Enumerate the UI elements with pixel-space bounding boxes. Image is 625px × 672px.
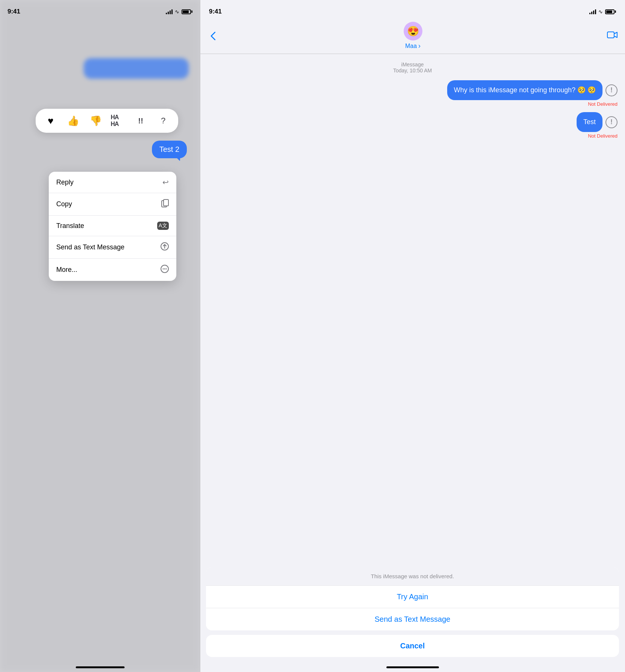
blurred-bubble xyxy=(84,58,189,79)
wifi-icon-right: ∿ xyxy=(598,9,603,15)
action-sheet-overlay: This iMessage was not delivered. Try Aga… xyxy=(200,567,625,672)
not-delivered-1: Not Delivered xyxy=(588,101,617,107)
home-indicator-right xyxy=(386,666,439,668)
more-label: More... xyxy=(56,266,77,274)
status-bar-right: 9:41 ∿ xyxy=(200,0,625,19)
translate-icon: A文 xyxy=(157,222,169,230)
status-bar-left: 9:41 ∿ xyxy=(0,0,200,19)
video-call-button[interactable] xyxy=(607,31,617,41)
alert-icon-1[interactable]: ! xyxy=(605,84,617,96)
action-sheet-cancel: Cancel xyxy=(206,635,619,657)
message-bubble-1: Why is this iMessage not going through? … xyxy=(447,80,602,100)
reaction-thumbsup[interactable]: 👍 xyxy=(66,113,81,128)
copy-label: Copy xyxy=(56,200,72,208)
status-icons-left: ∿ xyxy=(166,9,192,15)
svg-point-4 xyxy=(163,268,164,270)
blur-background xyxy=(0,0,200,672)
nav-center[interactable]: 😍 Maa › xyxy=(404,22,422,50)
svg-point-6 xyxy=(166,268,167,270)
panel-divider xyxy=(200,0,200,672)
alert-icon-2[interactable]: ! xyxy=(605,116,617,128)
context-more[interactable]: More... xyxy=(49,259,176,281)
translate-label: Translate xyxy=(56,222,84,230)
context-copy[interactable]: Copy xyxy=(49,193,176,216)
right-panel: 9:41 ∿ 😍 xyxy=(200,0,625,672)
reaction-exclaim[interactable]: !! xyxy=(133,113,148,128)
test2-bubble: Test 2 xyxy=(152,141,187,158)
reply-icon: ↩ xyxy=(162,178,169,187)
signal-icon xyxy=(166,9,173,14)
chevron-icon: › xyxy=(418,42,421,50)
bubble-row-1: ! Why is this iMessage not going through… xyxy=(447,80,617,100)
cancel-button[interactable]: Cancel xyxy=(206,635,619,657)
contact-avatar: 😍 xyxy=(404,22,422,40)
signal-icon-right xyxy=(589,9,596,14)
nav-bar: 😍 Maa › xyxy=(200,19,625,54)
contact-name: Maa › xyxy=(405,42,421,50)
reaction-question[interactable]: ? xyxy=(156,113,171,128)
reaction-thumbsdown[interactable]: 👎 xyxy=(88,113,103,128)
time-right: 9:41 xyxy=(209,8,222,15)
message-bubble-2: Test xyxy=(577,112,602,132)
context-menu: Reply ↩ Copy Translate A文 Send as Text M… xyxy=(49,172,176,281)
svg-rect-1 xyxy=(164,200,168,206)
svg-point-5 xyxy=(164,268,165,270)
reaction-heart[interactable]: ♥ xyxy=(43,113,58,128)
action-sheet-info: This iMessage was not delivered. xyxy=(206,567,619,586)
time-left: 9:41 xyxy=(8,8,20,15)
try-again-button[interactable]: Try Again xyxy=(206,586,619,608)
status-icons-right: ∿ xyxy=(589,9,616,15)
not-delivered-2: Not Delivered xyxy=(588,133,617,139)
back-button[interactable] xyxy=(207,30,219,42)
left-panel: 9:41 ∿ ♥ 👍 👎 HA HA !! ? Test 2 xyxy=(0,0,200,672)
action-sheet: This iMessage was not delivered. Try Aga… xyxy=(206,567,619,630)
context-send-text[interactable]: Send as Text Message xyxy=(49,236,176,259)
bubble-row-2: ! Test xyxy=(577,112,617,132)
home-indicator-left xyxy=(76,666,125,668)
context-reply[interactable]: Reply ↩ xyxy=(49,172,176,193)
more-icon xyxy=(161,265,169,275)
reply-label: Reply xyxy=(56,178,74,186)
send-text-icon xyxy=(161,242,169,252)
copy-icon xyxy=(161,199,169,209)
context-translate[interactable]: Translate A文 xyxy=(49,216,176,236)
reaction-haha[interactable]: HA HA xyxy=(111,113,126,128)
chat-service-label: iMessage Today, 10:50 AM xyxy=(207,62,617,74)
message-row-1: ! Why is this iMessage not going through… xyxy=(207,80,617,107)
send-text-label: Send as Text Message xyxy=(56,243,125,251)
wifi-icon: ∿ xyxy=(175,9,179,15)
battery-icon-right xyxy=(605,9,616,14)
send-as-text-button[interactable]: Send as Text Message xyxy=(206,608,619,630)
svg-rect-7 xyxy=(607,32,614,38)
reaction-bar[interactable]: ♥ 👍 👎 HA HA !! ? xyxy=(36,109,178,133)
battery-icon xyxy=(182,9,192,14)
message-row-2: ! Test Not Delivered xyxy=(207,112,617,139)
